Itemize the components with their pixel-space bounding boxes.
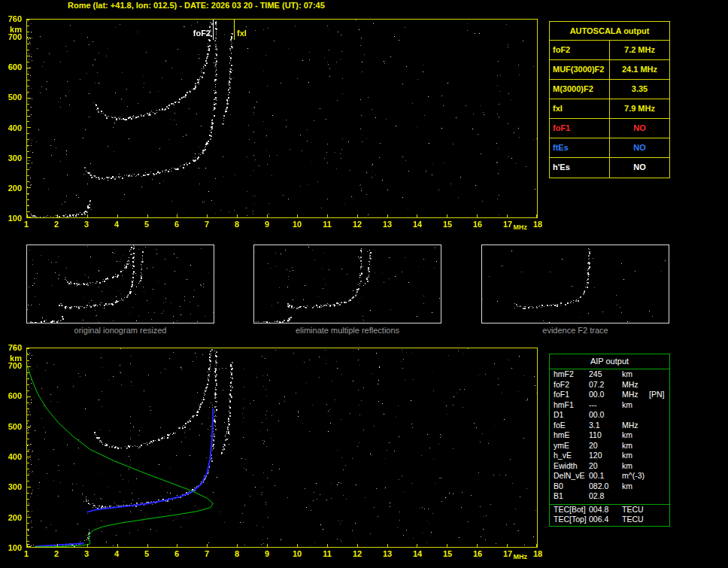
x-tick-label: 13 — [380, 220, 395, 229]
aip-param: D1 — [550, 410, 589, 421]
aip-row-hmF1: hmF1---km — [550, 400, 669, 411]
y-tick-label: 200 — [0, 184, 23, 193]
aip-param: foF1 — [550, 390, 589, 400]
x-tick-label: 4 — [109, 550, 124, 558]
aip-extra — [649, 430, 669, 441]
autoscala-row-MUF(3000)F2: MUF(3000)F224.1 MHz — [550, 60, 669, 80]
x-axis-unit: MHz — [511, 553, 529, 560]
aip-row-foF2: foF207.2MHz — [550, 380, 669, 390]
aip-unit: MHz — [622, 390, 649, 400]
x-tick-label: 7 — [199, 550, 214, 558]
aip-row-D1: D100.0 — [550, 410, 669, 421]
panel-caption-evidence: evidence F2 trace — [481, 326, 669, 335]
panel-caption-original: original ionogram resized — [26, 326, 214, 335]
aip-extra — [649, 400, 669, 411]
autoscala-param: MUF(3000)F2 — [550, 60, 610, 79]
autoscala-param: fxI — [550, 99, 610, 118]
aip-unit: km — [622, 400, 649, 411]
y-tick-label: 300 — [0, 483, 23, 491]
fof2-marker-label: foF2 — [188, 29, 211, 38]
autoscala-row-foF1: foF1NO — [550, 119, 669, 138]
aip-extra — [649, 451, 669, 461]
x-tick-label: 5 — [139, 550, 154, 558]
aip-value: 3.1 — [589, 421, 622, 431]
x-tick-label: 3 — [79, 220, 94, 229]
y-tick-label: 600 — [0, 63, 23, 71]
x-tick-label: 13 — [380, 550, 395, 558]
x-tick-label: 2 — [49, 220, 64, 229]
fxi-marker-label: fxI — [237, 29, 259, 38]
aip-param: foF2 — [550, 380, 589, 390]
mini-ionogram-canvas-1 — [27, 245, 214, 323]
aip-value: 20 — [589, 461, 622, 472]
panel-evidence-f2-trace — [481, 245, 669, 323]
aip-extra — [649, 421, 669, 431]
aip-row-h_vE: h_vE120km — [550, 451, 669, 461]
panel-original-ionogram — [26, 245, 214, 323]
autoscala-value: 7.2 MHz — [610, 41, 669, 59]
aip-unit: TECU — [622, 505, 649, 515]
autoscala-window: Rome (lat: +41.8, lon: 012.5) - DATE: 20… — [0, 0, 728, 568]
aip-unit — [622, 491, 649, 502]
x-axis-unit: MHz — [511, 223, 529, 231]
x-tick-label: 8 — [229, 550, 244, 558]
autoscala-table-title: AUTOSCALA output — [550, 22, 669, 41]
aip-value: 006.4 — [589, 515, 622, 524]
fxi-marker-line — [234, 20, 235, 40]
x-tick-label: 14 — [410, 220, 425, 229]
autoscala-row-foF2: foF27.2 MHz — [550, 41, 669, 60]
x-tick-label: 14 — [410, 550, 425, 558]
y-tick-label: 400 — [0, 124, 23, 132]
aip-param: foE — [550, 421, 589, 431]
aip-param: B0 — [550, 481, 589, 492]
aip-value: 110 — [589, 430, 622, 441]
aip-extra — [649, 491, 669, 502]
scaled-ionogram-canvas — [27, 20, 537, 217]
station-header: Rome (lat: +41.8, lon: 012.5) - DATE: 20… — [68, 1, 325, 10]
aip-unit: km — [622, 461, 649, 472]
x-tick-label: 12 — [350, 550, 365, 558]
aip-extra — [649, 410, 669, 421]
aip-value: --- — [589, 400, 622, 411]
aip-value: 120 — [589, 451, 622, 461]
aip-tec-section: TEC[Bot]004.8TECUTEC[Top]006.4TECU — [550, 504, 669, 526]
aip-unit: km — [622, 430, 649, 441]
aip-row-hmE: hmE110km — [550, 430, 669, 441]
x-tick-label: 8 — [229, 220, 244, 229]
x-tick-label: 6 — [169, 220, 184, 229]
aip-param: ymE — [550, 441, 589, 451]
aip-value: 07.2 — [589, 380, 622, 390]
y-tick-label: 300 — [0, 154, 23, 163]
aip-value: 082.0 — [589, 481, 622, 492]
autoscala-value: 3.35 — [610, 80, 669, 99]
autoscala-param: foF2 — [550, 41, 610, 59]
aip-value: 00.0 — [589, 390, 622, 400]
aip-table-title: AIP output — [550, 354, 669, 369]
autoscala-row-M(3000)F2: M(3000)F23.35 — [550, 80, 669, 99]
autoscala-value: 7.9 MHz — [610, 99, 669, 118]
autoscala-param: ftEs — [550, 138, 610, 157]
x-tick-label: 5 — [139, 220, 154, 229]
x-tick-label: 4 — [109, 220, 124, 229]
x-tick-label: 9 — [259, 550, 275, 558]
mini-ionogram-canvas-3 — [482, 245, 669, 323]
y-tick-label: 200 — [0, 514, 23, 522]
autoscala-output-table: AUTOSCALA output foF27.2 MHzMUF(3000)F22… — [549, 21, 670, 178]
aip-param: hmF2 — [550, 369, 589, 380]
autoscala-value: 24.1 MHz — [610, 60, 669, 79]
x-tick-label: 7 — [199, 220, 214, 229]
x-tick-label: 16 — [470, 220, 485, 229]
aip-value: 004.8 — [589, 505, 622, 515]
panel-caption-eliminate: eliminate multiple reflections — [253, 326, 441, 335]
y-tick-label: 760 — [0, 344, 23, 352]
aip-param: TEC[Top] — [550, 515, 589, 524]
x-tick-label: 16 — [470, 550, 485, 558]
aip-extra — [649, 369, 669, 380]
aip-row-Ewidth: Ewidth20km — [550, 461, 669, 472]
aip-unit: km — [622, 441, 649, 451]
aip-unit: TECU — [622, 515, 649, 524]
profile-ionogram-canvas — [27, 348, 537, 547]
aip-extra — [649, 441, 669, 451]
aip-unit: m^(-3) — [622, 471, 649, 481]
aip-row-ymE: ymE20km — [550, 441, 669, 451]
